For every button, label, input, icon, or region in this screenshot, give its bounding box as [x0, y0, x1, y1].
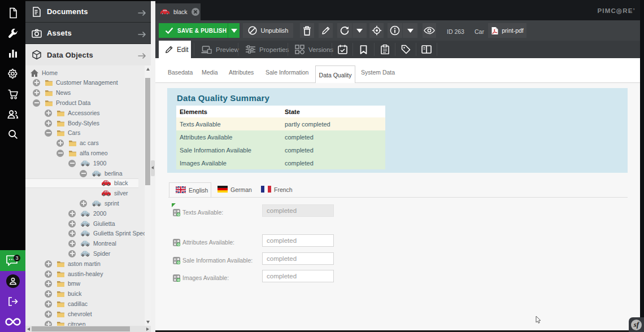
svg-text:3: 3 [15, 255, 18, 261]
